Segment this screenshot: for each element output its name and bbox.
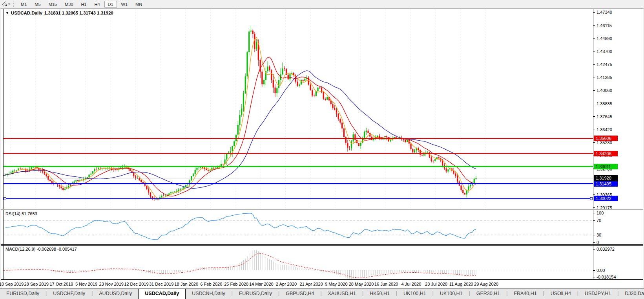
date-label: 5 Nov 2019 <box>75 282 97 286</box>
mt4-terminal: { "toolbar": { "timeframes": ["M1","M5",… <box>0 0 644 299</box>
chart-tab-bar: EURUSD,Daily|USDCHF,Daily|AUDUSD,DailyUS… <box>0 288 644 299</box>
price-flag-1.31405: 1.31405 <box>594 181 618 187</box>
tick-dash <box>593 116 595 117</box>
date-label: 21 Apr 2020 <box>299 282 323 286</box>
tick-dash <box>593 90 595 91</box>
rsi-label: RSI(14) 51.7653 <box>5 211 37 216</box>
price-tick-1.36420: 1.36420 <box>593 127 612 132</box>
macd-level-0.032972: 0.032972 <box>593 247 615 251</box>
tab-xauusd-h1[interactable]: XAUUSD,H1 <box>322 289 363 299</box>
chart-window: ▼ USDCAD,Daily 1.31831 1.32065 1.31743 1… <box>1 9 643 288</box>
timeframe-button-h1[interactable]: H1 <box>77 1 90 8</box>
date-label: 6 Feb 2020 <box>201 282 223 286</box>
timeframe-button-m30[interactable]: M30 <box>61 1 77 8</box>
tab-usdchf-daily[interactable]: USDCHF,Daily <box>47 289 91 299</box>
tick-dash <box>593 142 595 143</box>
tab-eurusd-daily[interactable]: EURUSD,Daily <box>0 289 46 299</box>
date-label: 12 Dec 2019 <box>124 282 148 286</box>
tab-eurusd-daily[interactable]: EURUSD,Daily <box>233 289 278 299</box>
tab-uk100-h1[interactable]: UK100,H1 <box>397 289 432 299</box>
tick-dash <box>593 64 595 65</box>
tab-usoil-h4[interactable]: USOil,H4 <box>544 289 577 299</box>
tab-usdjpy-h1[interactable]: USDJPY,H1 <box>578 289 617 299</box>
date-label: 10 Sep 2019 <box>0 282 24 286</box>
timeframe-toolbar: ▾ M1M5M15M30H1H4D1W1MN <box>0 0 644 9</box>
timeframe-button-m15[interactable]: M15 <box>45 1 60 8</box>
date-label: 31 Dec 2019 <box>149 282 173 286</box>
tab-usdcnh-daily[interactable]: USDCNH,Daily <box>186 289 232 299</box>
tick-dash <box>593 12 595 13</box>
rsi-axis: 10070300 <box>593 210 643 244</box>
price-flag-1.35606: 1.35606 <box>594 136 618 141</box>
tab-hk50-h1[interactable]: HK50,H1 <box>363 289 396 299</box>
date-label: 23 Jul 2020 <box>425 282 447 286</box>
tick-dash <box>593 77 595 77</box>
tab-uk100-h1[interactable]: UK100,H1 <box>434 289 469 299</box>
current-price-flag: 1.31920 <box>594 175 618 181</box>
macd-level-0.00: 0.00 <box>593 268 605 273</box>
tab-gbpusd-h4[interactable]: GBPUSD,H4 <box>279 289 320 299</box>
timeframe-button-m1[interactable]: M1 <box>17 1 30 8</box>
tick-dash <box>593 104 595 104</box>
date-label: 23 Nov 2019 <box>99 282 124 286</box>
price-tick-1.37645: 1.37645 <box>593 114 612 119</box>
timeframe-button-m5[interactable]: M5 <box>31 1 44 8</box>
rsi-plot-area[interactable]: RSI(14) 51.7653 <box>3 210 593 244</box>
timeframe-button-d1[interactable]: D1 <box>104 1 117 8</box>
tick-dash <box>593 51 595 51</box>
tool-dropdown-caret[interactable]: ▾ <box>8 2 10 6</box>
date-label: 25 Feb 2020 <box>224 282 248 286</box>
tick-dash <box>593 39 595 39</box>
price-flag-1.33011: 1.33011 <box>594 164 618 169</box>
price-pane: ▼ USDCAD,Daily 1.31831 1.32065 1.31743 1… <box>1 9 643 209</box>
price-tick-1.41285: 1.41285 <box>593 75 612 80</box>
tab-usdcad-daily[interactable]: USDCAD,Daily <box>138 289 186 299</box>
timeframe-button-mn[interactable]: MN <box>132 1 146 8</box>
symbol-dropdown-icon[interactable]: ▼ <box>5 11 9 15</box>
tick-dash <box>593 130 595 130</box>
tick-dash <box>593 25 595 26</box>
timeframe-button-h4[interactable]: H4 <box>91 1 103 8</box>
price-axis[interactable]: 1.473401.461151.448901.437001.424751.412… <box>593 9 643 209</box>
macd-pane: MACD(12,26,9) -0.002698 -0.005417 0.0329… <box>1 246 643 279</box>
crosshair-tool-button[interactable]: ▾ <box>0 1 11 7</box>
price-flag-1.30022: 1.30022 <box>594 196 618 201</box>
tab-ger30-h1[interactable]: GER30,H1 <box>470 289 506 299</box>
price-tick-1.43700: 1.43700 <box>593 49 612 54</box>
chart-title: ▼ USDCAD,Daily 1.31831 1.32065 1.31743 1… <box>5 11 113 15</box>
crosshair-icon <box>1 1 7 7</box>
tab-dj30-daily[interactable]: DJ30,Daily <box>618 289 644 299</box>
macd-level--0.018154: -0.018154 <box>593 275 616 279</box>
rsi-pane: RSI(14) 51.7653 10070300 <box>1 210 643 244</box>
date-label: 29 Aug 2020 <box>474 282 498 286</box>
date-label: 18 Jan 2020 <box>174 282 198 286</box>
tick-dash <box>593 207 595 208</box>
toolbar-grip[interactable] <box>13 2 14 7</box>
price-tick-1.46115: 1.46115 <box>593 23 612 28</box>
tab-audusd-daily[interactable]: AUDUSD,Daily <box>93 289 138 299</box>
date-label: 11 Aug 2020 <box>449 282 473 286</box>
rsi-level-30: 30 <box>593 233 601 237</box>
date-label: 4 Jul 2020 <box>401 282 421 286</box>
price-tick-1.42475: 1.42475 <box>593 62 612 67</box>
date-axis[interactable]: 10 Sep 201928 Sep 201917 Oct 20195 Nov 2… <box>1 279 643 289</box>
rsi-level-70: 70 <box>593 218 601 223</box>
date-label: 28 Sep 2019 <box>24 282 48 286</box>
price-tick-1.38835: 1.38835 <box>593 101 612 106</box>
chart-ohlc-values: 1.31831 1.32065 1.31743 1.31920 <box>44 11 113 15</box>
rsi-level-100: 100 <box>593 211 604 215</box>
date-label: 2 Apr 2020 <box>276 282 297 286</box>
price-tick-1.47340: 1.47340 <box>593 10 612 15</box>
tab-fra40-h1[interactable]: FRA40,H1 <box>507 289 543 299</box>
price-tick-1.40060: 1.40060 <box>593 88 612 93</box>
date-label: 28 May 2020 <box>349 282 374 286</box>
price-tick-1.44890: 1.44890 <box>593 36 612 41</box>
date-label: 16 Jun 2020 <box>374 282 398 286</box>
price-plot-area[interactable]: ▼ USDCAD,Daily 1.31831 1.32065 1.31743 1… <box>3 9 593 209</box>
date-label: 14 Mar 2020 <box>249 282 274 286</box>
macd-axis: 0.0329720.00-0.018154 <box>593 246 643 279</box>
chart-symbol-period: USDCAD,Daily <box>11 11 42 15</box>
price-flag-1.34206: 1.34206 <box>594 151 618 156</box>
macd-plot-area[interactable]: MACD(12,26,9) -0.002698 -0.005417 <box>3 246 593 279</box>
timeframe-button-w1[interactable]: W1 <box>118 1 131 8</box>
